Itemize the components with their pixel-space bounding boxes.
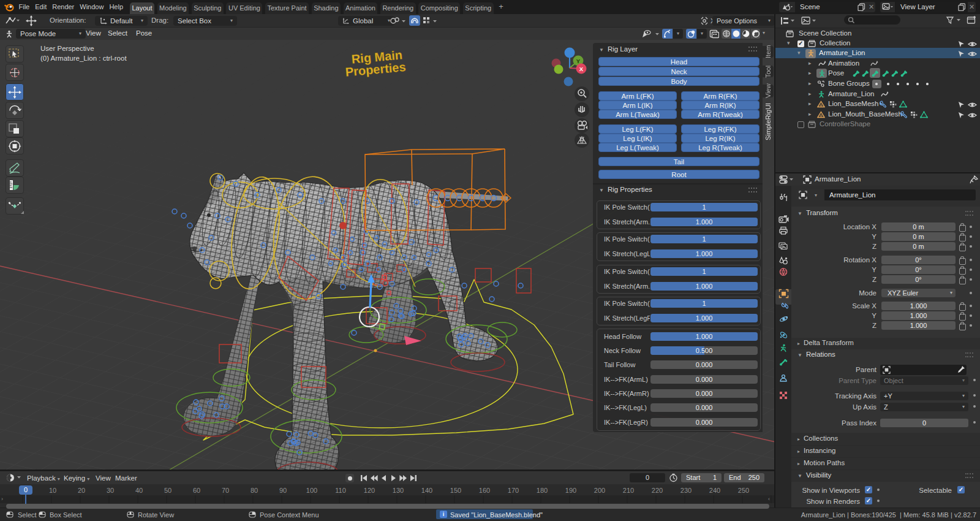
svg-text:Y: Y — [576, 58, 581, 64]
svg-text:X: X — [579, 66, 584, 72]
